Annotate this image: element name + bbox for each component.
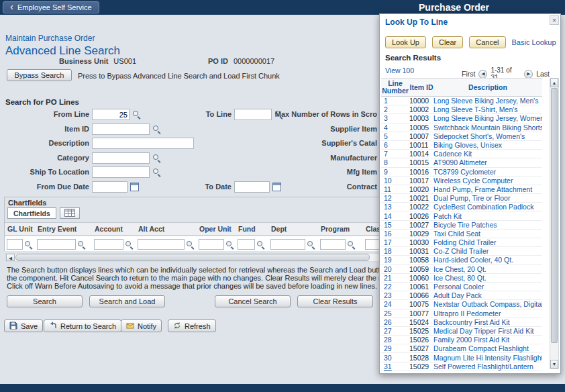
line-number-link[interactable]: 23: [381, 291, 409, 299]
line-number-link[interactable]: 17: [381, 238, 409, 246]
scroll-down-icon[interactable]: ▼: [550, 360, 558, 369]
description-link[interactable]: Hard-sided Cooler, 40 Qt.: [433, 256, 542, 264]
tab-chartfields[interactable]: Chartfields: [7, 207, 56, 219]
line-number-link[interactable]: 14: [381, 212, 409, 220]
notify-button[interactable]: Notify: [121, 320, 162, 332]
item-id-lookup-icon[interactable]: [152, 125, 161, 134]
description-link[interactable]: Long Sleeve Biking Jersey, Men's: [433, 97, 542, 105]
description-link[interactable]: Medical Day Tripper First Aid Kit: [433, 327, 542, 335]
description-link[interactable]: Magnum Lite Hi Intensity Flashlight: [433, 354, 542, 362]
description-link[interactable]: CycleBest Combination Padlock: [433, 203, 542, 211]
chartfields-input[interactable]: [37, 239, 76, 250]
line-number-link[interactable]: 24: [381, 300, 409, 308]
ship-to-location-input[interactable]: [92, 166, 150, 178]
lookup-icon[interactable]: [77, 240, 86, 249]
to-date-calendar-icon[interactable]: [272, 183, 281, 191]
line-number-link[interactable]: 1: [381, 97, 409, 105]
lookup-icon[interactable]: [125, 240, 134, 249]
bypass-search-button[interactable]: Bypass Search: [7, 69, 72, 81]
line-number-link[interactable]: 29: [381, 344, 409, 352]
description-link[interactable]: Co-Z Child Trailer: [433, 247, 542, 255]
ship-to-location-lookup-icon[interactable]: [152, 168, 161, 177]
refresh-button[interactable]: Refresh: [168, 320, 216, 332]
view-100-link[interactable]: View 100: [385, 66, 414, 75]
description-link[interactable]: Dual Pump, Tire or Floor: [433, 194, 542, 202]
category-lookup-icon[interactable]: [152, 154, 161, 162]
line-number-link[interactable]: 13: [381, 203, 409, 211]
modal-scrollbar[interactable]: ▲ ▼: [550, 78, 559, 369]
description-link[interactable]: Patch Kit: [433, 212, 542, 220]
line-number-link[interactable]: 18: [381, 247, 409, 255]
line-number-link[interactable]: 16: [381, 230, 409, 238]
line-number-link[interactable]: 19: [381, 256, 409, 264]
line-number-link[interactable]: 2: [381, 105, 409, 113]
description-link[interactable]: Ice Chest, 20 Qt.: [433, 265, 542, 273]
line-number-link[interactable]: 11: [381, 185, 409, 193]
description-link[interactable]: Taxi Child Seat: [433, 230, 542, 238]
description-link[interactable]: Long Sleeve T-Shirt, Men's: [433, 105, 542, 113]
horizontal-scrollbar-thumb[interactable]: [15, 254, 370, 261]
description-link[interactable]: Wireless Cycle Computer: [433, 177, 542, 185]
scroll-left-icon[interactable]: ◀: [6, 254, 15, 261]
description-link[interactable]: Self Powered Flashlight/Lantern: [433, 362, 542, 371]
description-link[interactable]: AT9090 Altimeter: [433, 158, 542, 166]
line-number-link[interactable]: 9: [381, 168, 409, 176]
category-input[interactable]: [92, 152, 150, 164]
description-link[interactable]: Personal Cooler: [433, 283, 542, 291]
description-link[interactable]: Biking Gloves, Unisex: [433, 141, 542, 149]
from-due-date-input[interactable]: [92, 181, 127, 193]
line-number-link[interactable]: 30: [381, 354, 409, 362]
chartfields-input[interactable]: [270, 239, 305, 250]
description-link[interactable]: Ice Chest, 80 Qt.: [433, 274, 542, 282]
description-link[interactable]: Cadence Kit: [433, 150, 542, 158]
chartfields-input[interactable]: [320, 239, 346, 250]
description-link[interactable]: Backcountry First Aid Kit: [433, 318, 542, 326]
previous-page-icon[interactable]: ◀: [478, 70, 487, 79]
description-link[interactable]: Sidepocket Short's, Women's: [433, 132, 542, 140]
line-number-link[interactable]: 26: [381, 318, 409, 326]
lookup-icon[interactable]: [225, 240, 234, 249]
line-number-link[interactable]: 15: [381, 221, 409, 229]
basic-lookup-link[interactable]: Basic Lookup: [512, 38, 556, 46]
search-button[interactable]: Search: [7, 295, 83, 307]
clear-results-button[interactable]: Clear Results: [297, 295, 373, 307]
chartfields-input[interactable]: [94, 239, 123, 250]
description-link[interactable]: Bicycle Tire Patches: [433, 221, 542, 229]
line-number-link[interactable]: 20: [381, 265, 409, 273]
save-button[interactable]: Save: [4, 320, 43, 332]
close-icon[interactable]: ×: [550, 15, 559, 25]
to-date-input[interactable]: [234, 181, 270, 193]
line-number-link[interactable]: 25: [381, 309, 409, 317]
line-number-link[interactable]: 22: [381, 283, 409, 291]
lookup-icon[interactable]: [186, 240, 195, 249]
description-link[interactable]: Adult Day Pack: [433, 291, 542, 299]
return-to-search-button[interactable]: Return to Search: [44, 320, 121, 332]
from-line-input[interactable]: [92, 109, 130, 120]
scroll-up-icon[interactable]: ▲: [550, 79, 558, 87]
chartfields-input[interactable]: [199, 239, 224, 250]
line-number-link[interactable]: 31: [381, 362, 409, 371]
look-up-button[interactable]: Look Up: [385, 36, 426, 48]
description-link[interactable]: TC8799 Cyclometer: [433, 168, 542, 176]
line-number-link[interactable]: 28: [381, 336, 409, 344]
line-number-link[interactable]: 7: [381, 150, 409, 158]
lookup-cancel-button[interactable]: Cancel: [469, 36, 505, 48]
description-link[interactable]: Nextstar Outback Compass, Digital: [433, 300, 542, 308]
description-link[interactable]: Ultrapro II Pedometer: [433, 309, 542, 317]
line-number-link[interactable]: 21: [381, 274, 409, 282]
chartfields-input[interactable]: [238, 239, 255, 250]
line-number-link[interactable]: 27: [381, 327, 409, 335]
lookup-icon[interactable]: [307, 240, 315, 249]
description-link[interactable]: Hand Pump, Frame Attachment: [433, 185, 542, 193]
lookup-icon[interactable]: [24, 240, 33, 249]
line-number-link[interactable]: 10: [381, 177, 409, 185]
chartfields-input[interactable]: [138, 239, 185, 250]
from-due-date-calendar-icon[interactable]: [130, 183, 139, 191]
description-link[interactable]: Folding Child Trailer: [433, 238, 542, 246]
description-input[interactable]: [92, 138, 194, 149]
lookup-icon[interactable]: [347, 240, 356, 249]
description-link[interactable]: Long Sleeve Biking Jersey, Women's: [433, 114, 542, 122]
item-id-input[interactable]: [92, 124, 150, 135]
line-number-link[interactable]: 3: [381, 114, 409, 122]
line-number-link[interactable]: 5: [381, 132, 409, 140]
